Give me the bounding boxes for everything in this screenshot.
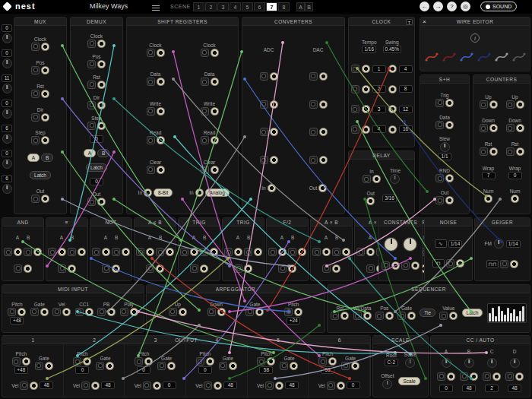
output-jack[interactable] <box>319 72 328 81</box>
input-port[interactable] <box>147 78 155 86</box>
input-jack[interactable] <box>22 357 30 366</box>
input-port[interactable] <box>260 128 268 136</box>
input-port[interactable] <box>146 264 154 273</box>
input-port[interactable] <box>318 357 327 366</box>
input-port[interactable] <box>353 312 362 320</box>
input-port[interactable] <box>309 72 318 81</box>
output-jack[interactable] <box>85 308 93 316</box>
input-port[interactable] <box>157 362 166 370</box>
port-value[interactable]: +48 <box>10 317 24 325</box>
input-port[interactable] <box>356 248 365 256</box>
output-jack[interactable] <box>41 113 49 122</box>
input-port[interactable] <box>446 259 454 268</box>
output-jack[interactable] <box>388 65 397 73</box>
pitch-value[interactable]: 0 <box>75 366 89 374</box>
input-port[interactable] <box>288 248 296 256</box>
input-port[interactable] <box>351 65 359 73</box>
division-value[interactable]: 16 <box>399 125 413 133</box>
tie-button[interactable]: Tie <box>420 309 435 317</box>
slew-knob[interactable] <box>440 142 450 152</box>
scene-button[interactable]: 8 <box>278 2 290 11</box>
shift-mode-button[interactable]: 8-Bit <box>154 188 173 197</box>
wire-style-swatch[interactable] <box>460 51 473 63</box>
input-jack[interactable] <box>146 248 154 256</box>
output-jack[interactable] <box>179 308 187 316</box>
output-jack[interactable] <box>107 308 116 316</box>
demux-a-button[interactable]: A <box>84 149 96 157</box>
input-port[interactable] <box>309 128 318 136</box>
input-port[interactable] <box>460 372 468 381</box>
output-jack[interactable] <box>388 125 397 134</box>
input-jack[interactable] <box>267 357 275 366</box>
input-jack[interactable] <box>234 248 242 256</box>
scale-button[interactable]: Scale <box>398 377 420 385</box>
vel-value[interactable]: 48 <box>223 382 237 389</box>
input-port[interactable] <box>332 248 340 256</box>
input-port[interactable] <box>401 261 410 270</box>
input-jack[interactable] <box>83 357 91 366</box>
help-icon[interactable]: ? <box>447 2 457 11</box>
output-jack[interactable] <box>362 85 370 93</box>
input-port[interactable] <box>102 264 110 273</box>
input-port[interactable] <box>505 372 514 381</box>
input-value[interactable]: 6 <box>2 125 12 132</box>
input-port[interactable] <box>135 357 143 366</box>
offset-knob[interactable] <box>382 379 392 389</box>
output-jack[interactable] <box>157 136 165 144</box>
output-jack[interactable] <box>130 308 138 316</box>
scene-button[interactable]: 7 <box>266 2 277 11</box>
output-jack[interactable] <box>445 174 454 182</box>
input-port[interactable] <box>12 357 21 366</box>
output-jack[interactable] <box>362 105 370 113</box>
input-port[interactable] <box>480 100 488 109</box>
vel-value[interactable]: 0 <box>163 382 176 389</box>
mux-a-button[interactable]: A <box>27 154 40 162</box>
input-port[interactable] <box>280 362 288 370</box>
input-jack[interactable] <box>342 248 350 256</box>
scene-button[interactable]: 6 <box>254 2 265 11</box>
time-knob[interactable] <box>390 174 400 184</box>
input-jack[interactable] <box>470 372 478 381</box>
cc-value[interactable]: 2 <box>485 385 499 392</box>
input-port[interactable] <box>201 136 209 144</box>
mux-latch-button[interactable]: Latch <box>30 171 51 179</box>
output-jack[interactable] <box>411 261 420 270</box>
input-port[interactable] <box>196 357 204 366</box>
input-port[interactable] <box>30 308 39 316</box>
input-value[interactable]: 6 <box>2 175 12 182</box>
input-jack[interactable] <box>153 382 161 390</box>
output-jack[interactable] <box>270 100 278 109</box>
scene-button[interactable]: 4 <box>230 2 241 11</box>
input-port[interactable] <box>366 264 375 273</box>
input-port[interactable] <box>68 248 76 256</box>
constant-knob-1[interactable] <box>384 237 398 252</box>
cc-knob[interactable] <box>442 358 451 368</box>
output-jack[interactable] <box>41 66 49 74</box>
input-port[interactable] <box>375 312 384 320</box>
input-port[interactable] <box>322 264 331 273</box>
input-value[interactable]: 0 <box>2 49 12 57</box>
input-jack[interactable] <box>516 124 524 132</box>
input-port[interactable] <box>284 308 293 316</box>
input-port[interactable] <box>75 308 84 316</box>
input-port[interactable] <box>260 156 268 164</box>
output-jack[interactable] <box>97 198 106 206</box>
input-jack[interactable] <box>214 382 222 390</box>
input-jack[interactable] <box>489 147 498 156</box>
input-port[interactable] <box>200 248 208 256</box>
output-jack[interactable] <box>366 197 375 205</box>
input-port[interactable] <box>207 308 216 316</box>
input-jack[interactable] <box>447 372 455 381</box>
vel-value[interactable]: 48 <box>285 382 299 389</box>
input-port[interactable] <box>52 308 61 316</box>
input-port[interactable] <box>58 264 66 273</box>
input-port[interactable] <box>87 101 96 109</box>
output-jack[interactable] <box>362 65 370 73</box>
input-port[interactable] <box>14 264 22 273</box>
input-port[interactable] <box>351 85 359 93</box>
output-jack[interactable] <box>41 90 49 98</box>
output-jack[interactable] <box>362 125 370 134</box>
pitch-value[interactable]: 53 <box>321 366 334 374</box>
wire-style-swatch[interactable] <box>442 51 456 63</box>
input-jack[interactable] <box>492 372 501 381</box>
